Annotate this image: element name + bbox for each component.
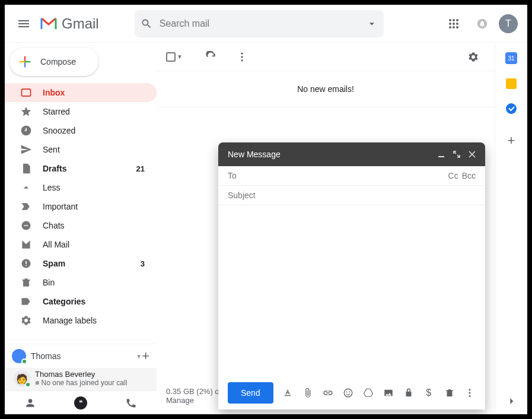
calendar-icon: 31 <box>508 55 514 62</box>
chevron-up-icon <box>20 182 32 193</box>
sidebar-item-sent[interactable]: Sent <box>5 140 157 159</box>
svg-rect-10 <box>22 89 31 96</box>
search-dropdown-icon[interactable] <box>366 18 378 30</box>
svg-point-23 <box>346 392 348 393</box>
discard-draft-button[interactable] <box>444 387 455 399</box>
svg-point-25 <box>469 389 471 391</box>
sidebar-item-starred[interactable]: Starred <box>5 102 157 121</box>
gmail-logo[interactable]: Gmail <box>40 15 99 32</box>
bell-icon <box>476 18 488 30</box>
storage-manage-link[interactable]: Manage <box>166 396 194 405</box>
svg-point-5 <box>456 23 458 25</box>
refresh-icon <box>205 51 217 63</box>
notifications-button[interactable] <box>470 12 494 36</box>
search-icon <box>141 18 152 30</box>
attach-button[interactable] <box>302 387 314 399</box>
avatar-initial: T <box>505 18 511 29</box>
hangouts-new-conversation-button[interactable]: + <box>142 348 149 364</box>
star-icon <box>20 106 32 118</box>
sidebar-item-chats[interactable]: Chats <box>5 216 157 235</box>
insert-money-button[interactable]: $ <box>423 387 435 399</box>
sidebar-item-bin[interactable]: Bin <box>5 273 157 292</box>
tasks-addon-button[interactable] <box>506 103 517 114</box>
insert-photo-button[interactable] <box>383 387 394 399</box>
compose-button[interactable]: Compose <box>9 47 98 76</box>
sidebar-item-important[interactable]: Important <box>5 197 157 216</box>
emoji-button[interactable] <box>342 387 354 399</box>
compose-subject-row[interactable] <box>218 186 485 205</box>
compose-close-button[interactable] <box>469 151 476 158</box>
to-label: To <box>228 171 237 180</box>
link-icon <box>323 388 333 398</box>
svg-point-18 <box>241 52 243 54</box>
sidebar-item-categories[interactable]: Categories <box>5 292 157 311</box>
hangouts-call-row[interactable]: 🧑 Thomas Beverley ■ No one has joined yo… <box>5 368 157 391</box>
image-icon <box>383 388 394 398</box>
insert-link-button[interactable] <box>322 387 334 399</box>
svg-point-4 <box>453 23 455 25</box>
side-panel-toggle[interactable] <box>505 395 517 407</box>
svg-point-12 <box>24 225 26 226</box>
select-all-checkbox[interactable] <box>166 52 176 62</box>
search-input[interactable] <box>160 18 366 29</box>
bcc-toggle[interactable]: Bcc <box>462 171 476 180</box>
compose-title: New Message <box>228 150 281 159</box>
formatting-button[interactable] <box>282 387 294 399</box>
svg-point-0 <box>449 19 451 21</box>
sidebar-item-managelabels[interactable]: Manage labels <box>5 311 157 330</box>
compose-to-row[interactable]: To Cc Bcc <box>218 166 485 186</box>
confidential-button[interactable] <box>403 387 415 399</box>
compose-fullscreen-button[interactable] <box>453 151 460 158</box>
select-dropdown-icon[interactable]: ▼ <box>177 53 183 60</box>
svg-point-3 <box>449 23 451 25</box>
subject-input[interactable] <box>228 191 476 200</box>
refresh-button[interactable] <box>199 45 223 69</box>
sidebar-item-spam[interactable]: Spam3 <box>5 254 157 273</box>
compose-label: Compose <box>40 57 76 66</box>
sidebar-item-drafts[interactable]: Drafts21 <box>5 159 157 178</box>
svg-point-7 <box>453 26 455 28</box>
hangouts-call-avatar: 🧑 <box>14 370 30 387</box>
hangouts-call-status: ■ No one has joined your call <box>35 379 127 387</box>
clock-icon <box>20 125 32 137</box>
main-menu-button[interactable] <box>9 9 38 38</box>
apps-grid-icon <box>448 18 459 29</box>
svg-point-20 <box>241 59 243 61</box>
chat-icon <box>20 220 32 231</box>
svg-point-19 <box>241 56 243 58</box>
compose-minimize-button[interactable] <box>438 151 445 158</box>
hangouts-tab-chats[interactable]: ❝ <box>69 391 93 415</box>
to-input[interactable] <box>241 171 448 180</box>
hangouts-tab-calls[interactable] <box>119 391 143 415</box>
chevron-down-icon[interactable]: ▼ <box>136 353 142 360</box>
compose-title-bar[interactable]: New Message <box>218 142 485 166</box>
svg-point-14 <box>27 225 28 226</box>
more-vert-icon <box>236 51 248 63</box>
cc-toggle[interactable]: Cc <box>448 171 458 180</box>
more-button[interactable] <box>230 45 254 69</box>
file-icon <box>20 163 32 174</box>
svg-point-24 <box>349 392 350 393</box>
settings-button[interactable] <box>461 45 485 69</box>
drive-button[interactable] <box>362 387 374 399</box>
paperclip-icon <box>302 388 313 398</box>
calendar-addon-button[interactable]: 31 <box>505 52 517 64</box>
dollar-icon: $ <box>426 388 431 398</box>
sidebar-item-snoozed[interactable]: Snoozed <box>5 121 157 140</box>
compose-body-textarea[interactable] <box>218 205 485 376</box>
get-addons-button[interactable]: + <box>508 133 515 148</box>
compose-more-button[interactable] <box>464 387 476 399</box>
sidebar-item-less[interactable]: Less <box>5 178 157 197</box>
sidebar-item-inbox[interactable]: Inbox <box>5 83 157 102</box>
chevron-right-icon <box>505 395 517 407</box>
compose-window: New Message To Cc Bcc Send <box>218 142 485 410</box>
account-avatar[interactable]: T <box>499 14 518 33</box>
hangouts-tab-contacts[interactable] <box>18 391 42 415</box>
hangouts-user-row[interactable]: Thomas ▼ + <box>5 344 157 368</box>
send-button[interactable]: Send <box>228 382 273 404</box>
google-apps-button[interactable] <box>442 12 466 36</box>
gmail-m-icon <box>40 17 57 30</box>
search-bar[interactable] <box>135 10 384 37</box>
sidebar-item-allmail[interactable]: All Mail <box>5 235 157 254</box>
keep-addon-button[interactable] <box>506 78 517 89</box>
